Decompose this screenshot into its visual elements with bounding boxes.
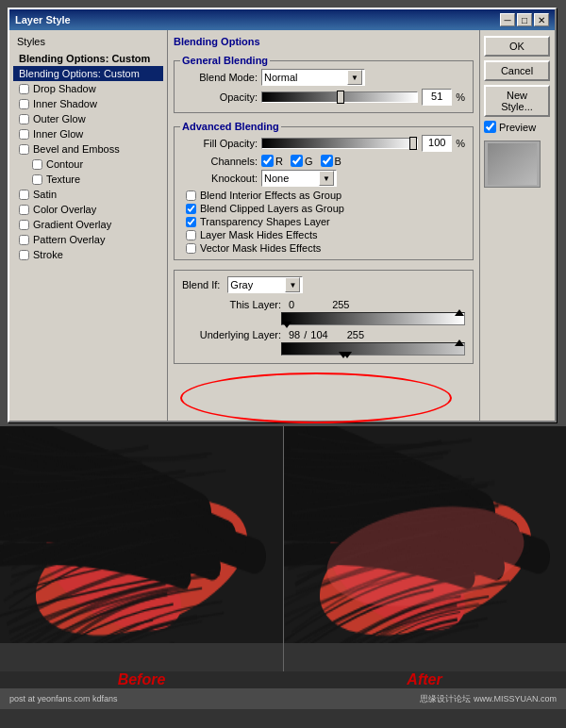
this-layer-right-thumb[interactable]	[455, 309, 464, 316]
inner-glow-item[interactable]: Inner Glow	[13, 126, 163, 141]
this-layer-min: 0	[289, 299, 294, 310]
knockout-arrow[interactable]: ▼	[319, 171, 334, 186]
blending-options-header: Blending Options	[174, 36, 474, 47]
channel-r-checkbox[interactable]	[261, 155, 274, 167]
blend-interior-checkbox[interactable]	[186, 190, 196, 201]
blend-if-section: Blend If: Gray ▼ This Layer: 0 255	[174, 270, 474, 364]
labels-row: Before After	[0, 671, 566, 688]
fill-opacity-input[interactable]: 100	[422, 135, 452, 152]
before-image-panel	[0, 426, 283, 671]
contour-item[interactable]: Contour	[13, 157, 163, 172]
satin-item[interactable]: Satin	[13, 187, 163, 202]
color-overlay-checkbox[interactable]	[19, 205, 29, 215]
footer-left: post at yeonfans.com kdfans	[9, 694, 118, 703]
blend-if-select[interactable]: Gray ▼	[227, 276, 303, 293]
blend-interior-row: Blend Interior Effects as Group	[182, 190, 465, 201]
cancel-button[interactable]: Cancel	[484, 60, 550, 81]
knockout-row: Knockout: None ▼	[182, 170, 465, 187]
close-button[interactable]: ✕	[534, 13, 549, 26]
preview-box	[484, 141, 541, 188]
channel-b: B	[321, 155, 341, 167]
this-layer-slider[interactable]	[281, 312, 465, 325]
vector-mask-checkbox[interactable]	[186, 243, 196, 254]
gradient-overlay-checkbox[interactable]	[19, 220, 29, 230]
this-layer-label: This Layer:	[182, 299, 281, 310]
preview-check-row: Preview	[484, 121, 551, 133]
blend-interior-label: Blend Interior Effects as Group	[200, 190, 341, 201]
styles-panel: Styles Blending Options: Custom Blending…	[9, 30, 168, 421]
underlying-right-thumb[interactable]	[455, 339, 464, 346]
underlying-layer-slider[interactable]	[281, 342, 465, 356]
this-layer-slider-row	[182, 312, 465, 325]
drop-shadow-item[interactable]: Drop Shadow	[13, 81, 163, 96]
title-bar-buttons: ─ □ ✕	[500, 13, 549, 26]
opacity-input[interactable]: 51	[422, 89, 452, 106]
blend-mode-label: Blend Mode:	[182, 72, 258, 83]
options-panel: Blending Options General Blending Blend …	[168, 30, 479, 421]
underlying-val1: 98	[289, 329, 300, 340]
new-style-button[interactable]: New Style...	[484, 85, 550, 117]
blending-options-item[interactable]: Blending Options: Custom	[13, 51, 163, 66]
stroke-item[interactable]: Stroke	[13, 247, 163, 262]
transparency-shapes-label: Transparency Shapes Layer	[200, 216, 330, 227]
channels-checkboxes: R G B	[261, 155, 341, 167]
texture-item[interactable]: Texture	[13, 172, 163, 187]
inner-glow-checkbox[interactable]	[19, 129, 29, 140]
inner-shadow-checkbox[interactable]	[19, 99, 29, 109]
minimize-button[interactable]: ─	[500, 13, 515, 26]
satin-checkbox[interactable]	[19, 190, 29, 200]
blending-options-custom-item[interactable]: Blending Options: Custom	[13, 66, 163, 81]
pattern-overlay-item[interactable]: Pattern Overlay	[13, 232, 163, 247]
opacity-row: Opacity: 51 %	[182, 89, 465, 106]
gradient-overlay-item[interactable]: Gradient Overlay	[13, 217, 163, 232]
maximize-button[interactable]: □	[517, 13, 532, 26]
transparency-shapes-checkbox[interactable]	[186, 217, 196, 227]
advanced-blending-section: Advanced Blending Fill Opacity: 100 % Ch…	[174, 126, 474, 260]
svg-rect-0	[488, 143, 537, 185]
channel-b-label: B	[335, 156, 341, 167]
blend-mode-arrow[interactable]: ▼	[347, 70, 362, 85]
bevel-emboss-item[interactable]: Bevel and Emboss	[13, 141, 163, 157]
opacity-slider[interactable]	[261, 91, 418, 103]
blend-mode-select[interactable]: Normal ▼	[261, 69, 365, 86]
preview-image	[488, 143, 537, 185]
underlying-val2: 104	[310, 329, 327, 340]
preview-checkbox[interactable]	[484, 121, 496, 133]
underlying-left-thumb2[interactable]	[342, 352, 352, 358]
outer-glow-item[interactable]: Outer Glow	[13, 111, 163, 126]
bevel-emboss-checkbox[interactable]	[19, 144, 29, 155]
channel-b-checkbox[interactable]	[321, 155, 333, 167]
after-image-panel	[284, 426, 567, 671]
transparency-shapes-row: Transparency Shapes Layer	[182, 216, 465, 227]
outer-glow-checkbox[interactable]	[19, 114, 29, 124]
underlying-layer-label-row: Underlying Layer: 98 / 104 255	[182, 329, 465, 340]
vector-mask-label: Vector Mask Hides Effects	[200, 242, 321, 254]
dialog-content: Styles Blending Options: Custom Blending…	[9, 30, 555, 421]
opacity-percent: %	[456, 91, 465, 103]
channel-g-checkbox[interactable]	[291, 155, 303, 167]
pattern-overlay-checkbox[interactable]	[19, 235, 29, 245]
footer-right: 思缘设计论坛 www.MISSYUAN.com	[420, 693, 557, 705]
layer-mask-checkbox[interactable]	[186, 230, 196, 240]
stroke-checkbox[interactable]	[19, 250, 29, 260]
fill-opacity-slider[interactable]	[261, 138, 418, 149]
underlying-val3: 255	[347, 329, 364, 340]
channel-r-label: R	[275, 156, 283, 167]
layer-mask-label: Layer Mask Hides Effects	[200, 229, 318, 240]
ok-button[interactable]: OK	[484, 36, 550, 57]
contour-checkbox[interactable]	[32, 159, 42, 170]
preview-label: Preview	[499, 122, 536, 133]
before-canvas	[0, 426, 283, 643]
texture-checkbox[interactable]	[32, 174, 42, 185]
color-overlay-item[interactable]: Color Overlay	[13, 202, 163, 217]
knockout-select[interactable]: None ▼	[261, 170, 337, 187]
blend-if-arrow[interactable]: ▼	[285, 277, 300, 292]
blend-clipped-checkbox[interactable]	[186, 204, 196, 214]
fill-opacity-label: Fill Opacity:	[182, 138, 258, 149]
general-blending-section: General Blending Blend Mode: Normal ▼ Op…	[174, 60, 474, 113]
this-layer-left-thumb[interactable]	[282, 322, 291, 328]
after-label-container: After	[283, 671, 566, 688]
drop-shadow-checkbox[interactable]	[19, 84, 29, 94]
inner-shadow-item[interactable]: Inner Shadow	[13, 96, 163, 111]
blend-clipped-row: Blend Clipped Layers as Group	[182, 203, 465, 214]
